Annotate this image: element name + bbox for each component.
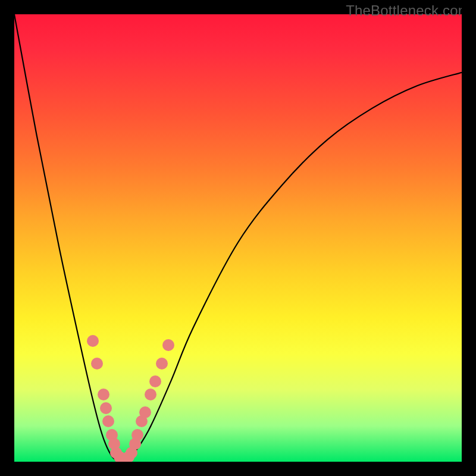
data-marker — [149, 375, 161, 387]
data-marker — [139, 406, 151, 418]
data-marker — [100, 402, 112, 414]
data-marker — [98, 389, 109, 400]
watermark-text: TheBottleneck.com — [346, 2, 470, 19]
bottleneck-curve — [14, 14, 462, 462]
data-marker — [91, 358, 103, 369]
data-marker — [162, 339, 174, 351]
data-marker — [102, 415, 114, 427]
chart-plot-area — [14, 14, 462, 462]
data-marker — [156, 358, 168, 369]
data-marker — [131, 429, 143, 441]
data-marker — [145, 389, 156, 400]
data-marker — [87, 335, 99, 347]
